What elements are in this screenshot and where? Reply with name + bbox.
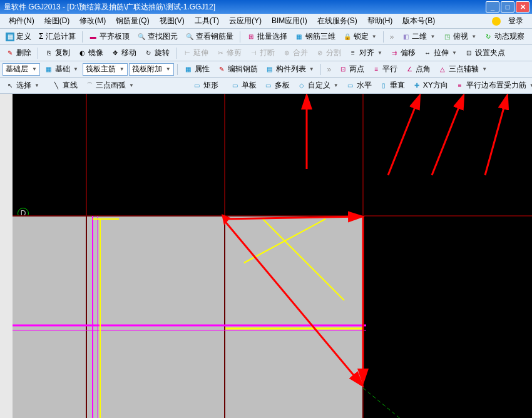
login-button[interactable]: 登录 <box>503 14 528 28</box>
menu-component[interactable]: 构件(N) <box>4 14 39 28</box>
user-icon <box>492 17 501 26</box>
menu-bim[interactable]: BIM应用(I) <box>267 14 312 28</box>
view-2d-button[interactable]: ◧二维▼ <box>398 29 438 44</box>
overflow-1[interactable]: » <box>387 31 397 43</box>
point-angle-button[interactable]: ∠点角 <box>402 62 434 76</box>
svg-line-16 <box>388 96 419 175</box>
maximize-button[interactable]: □ <box>501 1 514 13</box>
overflow-3[interactable]: » <box>324 63 335 76</box>
view-rebar-qty-button[interactable]: 🔍查看钢筋量 <box>182 29 237 44</box>
menu-rebar[interactable]: 钢筋量(Q) <box>111 14 154 28</box>
menu-online[interactable]: 在线服务(S) <box>312 14 362 28</box>
batch-select-button[interactable]: ⊞批量选择 <box>243 29 290 44</box>
toolbar-1: ▦定义 Σ 汇总计算 ▬平齐板顶 🔍查找图元 🔍查看钢筋量 ⊞批量选择 ▦钢筋三… <box>0 29 532 45</box>
grip-button[interactable]: ⊡设置夹点 <box>461 46 508 60</box>
horizontal-button[interactable]: ▭水平 <box>343 78 375 93</box>
category-select[interactable]: ▦基础▼ <box>41 62 81 76</box>
property-button[interactable]: ▦属性 <box>181 62 213 76</box>
close-button[interactable]: ✕ <box>516 1 529 13</box>
menu-cloud[interactable]: 云应用(Y) <box>224 14 267 28</box>
svg-line-14 <box>363 388 419 418</box>
toolbar-3: 基础层▼ ▦基础▼ 筏板主筋▼ 筏板附加▼ ▦属性 ✎编辑钢筋 ▤构件列表▼ »… <box>0 61 532 78</box>
rebar-3d-button[interactable]: ▦钢筋三维 <box>292 29 339 44</box>
single-slab-button[interactable]: ▭单板 <box>228 78 260 93</box>
svg-line-17 <box>432 96 463 175</box>
align-button[interactable]: ≡对齐▼ <box>345 46 386 60</box>
extend-button[interactable]: ⊢延伸 <box>180 46 212 60</box>
vertical-button[interactable]: ▯垂直 <box>376 78 408 93</box>
sum-calc-button[interactable]: Σ 汇总计算 <box>36 29 79 44</box>
arc-button[interactable]: ⌒三点画弧▼ <box>82 78 137 93</box>
rect-button[interactable]: ▭矩形 <box>190 78 222 93</box>
find-element-button[interactable]: 🔍查找图元 <box>134 29 181 44</box>
merge-button[interactable]: ⊕合并 <box>279 46 311 60</box>
menu-help[interactable]: 帮助(H) <box>362 14 398 28</box>
window-title: 量软件 GGJ2013 - [D:\预结算及抽筋\广联达抽筋\测试-1.GGJ1… <box>3 2 486 13</box>
menu-version[interactable]: 版本号(B) <box>397 14 440 28</box>
minimize-button[interactable]: _ <box>486 1 499 13</box>
stretch-button[interactable]: ↔拉伸▼ <box>420 46 460 60</box>
orbit-button[interactable]: ↻动态观察 <box>481 29 528 44</box>
trim-button[interactable]: ✂修剪 <box>213 46 245 60</box>
top-view-button[interactable]: ◳俯视▼ <box>439 29 479 44</box>
offset-button[interactable]: ⇉偏移 <box>387 46 419 60</box>
line-button[interactable]: ╲直线 <box>49 78 81 93</box>
three-point-aux-button[interactable]: △三点辅轴▼ <box>435 62 490 76</box>
split-button[interactable]: ⊘分割 <box>312 46 344 60</box>
edit-rebar-button[interactable]: ✎编辑钢筋 <box>214 62 261 76</box>
multi-slab-button[interactable]: ▭多板 <box>261 78 293 93</box>
mirror-button[interactable]: ◐镜像 <box>74 46 106 60</box>
rotate-button[interactable]: ↻旋转 <box>141 46 173 60</box>
delete-button[interactable]: ✎删除 <box>3 46 34 60</box>
align-slab-button[interactable]: ▬平齐板顶 <box>86 29 133 44</box>
drawing-canvas[interactable]: D <box>0 94 532 418</box>
svg-line-18 <box>485 96 507 175</box>
break-button[interactable]: ⊣打断 <box>246 46 278 60</box>
two-point-button[interactable]: ⊡两点 <box>335 62 367 76</box>
svg-rect-0 <box>13 216 363 418</box>
menu-tools[interactable]: 工具(T) <box>190 14 224 28</box>
menubar: 构件(N) 绘图(D) 修改(M) 钢筋量(Q) 视图(V) 工具(T) 云应用… <box>0 14 532 29</box>
toolbar-4: ↖选择▼ ╲直线 ⌒三点画弧▼ ▭矩形 ▭单板 ▭多板 ◇自定义▼ ▭水平 ▯垂… <box>0 78 532 94</box>
floor-select[interactable]: 基础层▼ <box>3 63 40 76</box>
menu-view[interactable]: 视图(V) <box>155 14 190 28</box>
menu-draw[interactable]: 绘图(D) <box>39 14 75 28</box>
custom-button[interactable]: ◇自定义▼ <box>294 78 342 93</box>
define-button[interactable]: ▦定义 <box>3 29 34 44</box>
xy-direction-button[interactable]: ✚XY方向 <box>409 78 451 93</box>
drawing-svg <box>13 94 532 418</box>
rebar-type-select[interactable]: 筏板主筋▼ <box>83 63 128 76</box>
rebar-add-select[interactable]: 筏板附加▼ <box>129 63 174 76</box>
copy-button[interactable]: ⎘复制 <box>41 46 73 60</box>
menu-modify[interactable]: 修改(M) <box>74 14 111 28</box>
lock-button[interactable]: 🔒锁定▼ <box>340 29 380 44</box>
toolbar-2: ✎删除 ⎘复制 ◐镜像 ✥移动 ↻旋转 ⊢延伸 ✂修剪 ⊣打断 ⊕合并 ⊘分割 … <box>0 45 532 61</box>
left-ruler <box>0 94 13 418</box>
component-list-button[interactable]: ▤构件列表▼ <box>262 62 317 76</box>
parallel-edge-rebar-button[interactable]: ≡平行边布置受力筋▼ <box>453 78 532 93</box>
parallel-button[interactable]: ≡平行 <box>369 62 401 76</box>
select-tool-button[interactable]: ↖选择▼ <box>3 78 43 93</box>
move-button[interactable]: ✥移动 <box>108 46 140 60</box>
